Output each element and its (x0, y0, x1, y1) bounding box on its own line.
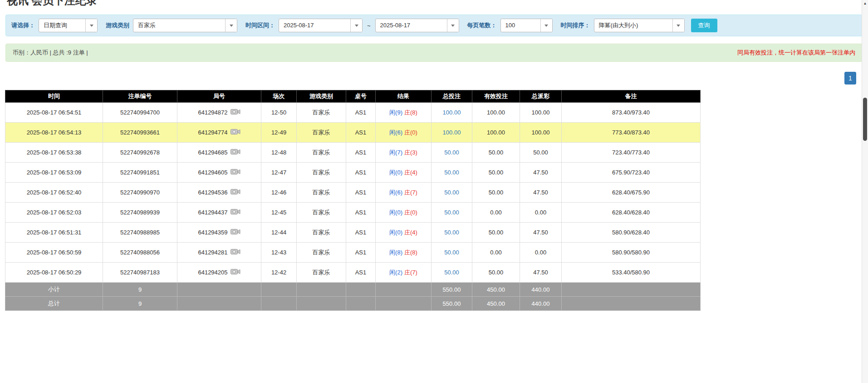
video-camera-icon[interactable] (230, 188, 240, 197)
summary-cell (261, 297, 297, 311)
date-from-value: 2025-08-17 (279, 19, 350, 32)
cell-note: 580.90/580.90 (562, 243, 701, 263)
cell-session: 12-44 (261, 223, 297, 243)
video-camera-icon[interactable] (230, 268, 240, 277)
player-result: 闲(7) (389, 149, 402, 156)
page: 视讯 会员下注纪录 请选择： 日期查询 游戏类别 百家乐 时间区间： 2025-… (0, 0, 868, 311)
game-type-dropdown[interactable]: 百家乐 (133, 19, 237, 32)
cell-total-payout: 0.00 (520, 203, 562, 223)
time-sort-dropdown[interactable]: 降冪(由大到小) (594, 19, 685, 32)
cell-round: 641294536 (177, 183, 261, 203)
column-header: 有效投注 (472, 90, 520, 103)
total-bet-link[interactable]: 50.00 (444, 249, 459, 256)
cell-total-payout: 100.00 (520, 103, 562, 123)
round-number: 641294536 (198, 189, 227, 196)
cell-session: 12-46 (261, 183, 297, 203)
cell-bet-id: 522740988985 (103, 223, 177, 243)
total-bet-link[interactable]: 100.00 (443, 129, 461, 136)
chevron-down-icon[interactable] (225, 19, 237, 32)
cell-note: 628.40/675.90 (562, 183, 701, 203)
cell-result: 闲(6)庄(7) (376, 183, 432, 203)
bet-records-table: 时间注单编号局号场次游戏类别桌号结果总投注有效投注总派彩备注 2025-08-1… (5, 90, 701, 311)
cell-time: 2025-08-17 06:53:38 (5, 143, 103, 163)
chevron-down-icon[interactable] (672, 19, 684, 32)
total-bet-link[interactable]: 100.00 (443, 109, 461, 116)
chevron-down-icon[interactable] (85, 19, 97, 32)
cell-table-no: AS1 (346, 243, 376, 263)
cell-time: 2025-08-17 06:54:51 (5, 103, 103, 123)
cell-time: 2025-08-17 06:53:09 (5, 163, 103, 183)
round-number: 641294685 (198, 149, 227, 156)
summary-cell (376, 297, 432, 311)
range-separator: ~ (366, 22, 372, 29)
page-1-button[interactable]: 1 (844, 72, 856, 85)
page-size-dropdown[interactable]: 100 (500, 19, 553, 32)
summary-cell (376, 283, 432, 297)
cell-total-payout: 50.00 (520, 143, 562, 163)
summary-bar: 币别：人民币 | 总共 :9 注单 | 同局有效投注，统一计算在该局第一张注单内 (5, 44, 863, 62)
cell-table-no: AS1 (346, 163, 376, 183)
game-type-label: 游戏类别 (106, 21, 129, 30)
summary-cell: 440.00 (520, 297, 562, 311)
cell-valid-bet: 0.00 (472, 203, 520, 223)
cell-round: 641294774 (177, 123, 261, 143)
column-header: 结果 (376, 90, 432, 103)
total-bet-link[interactable]: 50.00 (444, 169, 459, 176)
search-button[interactable]: 查询 (691, 19, 717, 32)
total-row: 总计9550.00450.00440.00 (5, 297, 701, 311)
cell-valid-bet: 50.00 (472, 183, 520, 203)
cell-round: 641294281 (177, 243, 261, 263)
player-result: 闲(2) (389, 269, 402, 276)
total-bet-link[interactable]: 50.00 (444, 229, 459, 236)
cell-game-type: 百家乐 (297, 143, 346, 163)
chevron-down-icon[interactable] (447, 19, 459, 32)
video-camera-icon[interactable] (230, 148, 240, 157)
video-camera-icon[interactable] (230, 108, 240, 117)
summary-cell: 小计 (5, 283, 103, 297)
date-to-picker[interactable]: 2025-08-17 (375, 19, 459, 32)
chevron-down-icon[interactable] (350, 19, 362, 32)
summary-cell (346, 297, 376, 311)
cell-result: 闲(9)庄(8) (376, 103, 432, 123)
cell-total-bet: 50.00 (432, 183, 472, 203)
cell-total-bet: 50.00 (432, 143, 472, 163)
date-from-picker[interactable]: 2025-08-17 (279, 19, 363, 32)
summary-cell: 9 (103, 297, 177, 311)
cell-note: 533.40/580.90 (562, 263, 701, 283)
chevron-down-icon[interactable] (540, 19, 552, 32)
subtotal-row: 小计9550.00450.00440.00 (5, 283, 701, 297)
cell-note: 873.40/973.40 (562, 103, 701, 123)
total-bet-link[interactable]: 50.00 (444, 269, 459, 276)
cell-total-bet: 50.00 (432, 203, 472, 223)
video-camera-icon[interactable] (230, 168, 240, 177)
banker-result: 庄(0) (404, 209, 417, 216)
cell-game-type: 百家乐 (297, 243, 346, 263)
cell-game-type: 百家乐 (297, 223, 346, 243)
cell-table-no: AS1 (346, 103, 376, 123)
page-title-wrap: 视讯 会员下注纪录 (7, 0, 868, 6)
video-camera-icon[interactable] (230, 248, 240, 257)
video-camera-icon[interactable] (230, 228, 240, 237)
cell-game-type: 百家乐 (297, 263, 346, 283)
cell-total-payout: 47.50 (520, 163, 562, 183)
cell-total-bet: 50.00 (432, 243, 472, 263)
table-row: 2025-08-17 06:51:31522740988985641294359… (5, 223, 701, 243)
table-row: 2025-08-17 06:53:38522740992678641294685… (5, 143, 701, 163)
scroll-up-arrow-icon[interactable]: ▲ (862, 0, 868, 6)
total-bet-link[interactable]: 50.00 (444, 189, 459, 196)
cell-result: 闲(2)庄(7) (376, 263, 432, 283)
total-bet-link[interactable]: 50.00 (444, 209, 459, 216)
video-camera-icon[interactable] (230, 208, 240, 217)
select-type-dropdown[interactable]: 日期查询 (39, 19, 98, 32)
cell-bet-id: 522740988056 (103, 243, 177, 263)
vertical-scrollbar[interactable]: ▲ (862, 0, 868, 383)
total-bet-link[interactable]: 50.00 (444, 149, 459, 156)
banker-result: 庄(0) (404, 129, 417, 136)
cell-note: 628.40/628.40 (562, 203, 701, 223)
round-number: 641294281 (198, 249, 227, 256)
cell-table-no: AS1 (346, 143, 376, 163)
video-camera-icon[interactable] (230, 128, 240, 137)
summary-cell (261, 283, 297, 297)
cell-valid-bet: 50.00 (472, 223, 520, 243)
scrollbar-thumb[interactable] (863, 98, 867, 141)
